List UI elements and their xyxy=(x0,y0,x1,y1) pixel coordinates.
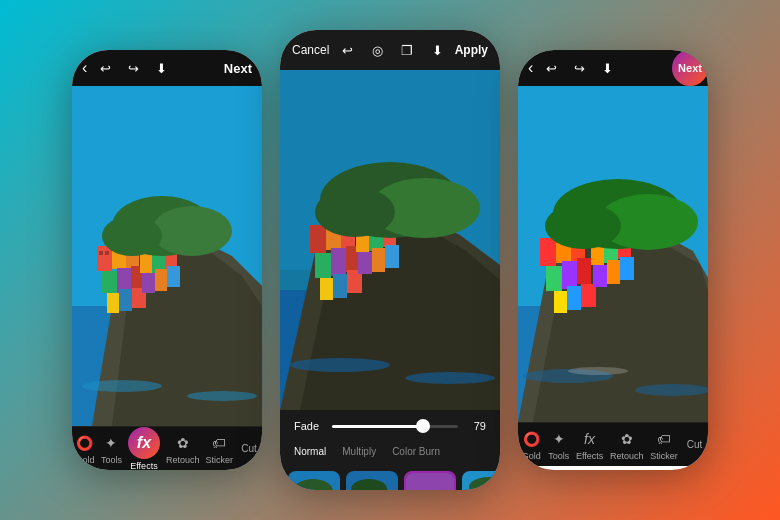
tool-gold[interactable]: ⭕ Gold xyxy=(75,433,95,465)
svg-rect-11 xyxy=(119,289,132,311)
retouch-icon: ✿ xyxy=(173,433,193,453)
bottom-toolbar-left: ⭕ Gold ✦ Tools fx Effects ✿ Retouch 🏷 St… xyxy=(72,426,262,470)
svg-rect-92 xyxy=(620,257,634,280)
top-bar-right-icons: ‹ ↩ ↪ ⬇ xyxy=(528,58,617,78)
svg-rect-38 xyxy=(320,278,333,300)
svg-point-22 xyxy=(187,391,257,401)
svg-rect-45 xyxy=(372,248,385,272)
fade-slider-track[interactable] xyxy=(332,425,458,428)
svg-rect-44 xyxy=(358,252,372,274)
fade-thumb[interactable] xyxy=(416,419,430,433)
svg-rect-18 xyxy=(167,266,180,287)
undo-right-icon[interactable]: ↩ xyxy=(541,58,561,78)
photo-left xyxy=(72,86,262,426)
effects-right-icon: fx xyxy=(580,429,600,449)
redo-right-icon[interactable]: ↪ xyxy=(569,58,589,78)
photo-area-right xyxy=(518,86,708,422)
photo-center xyxy=(280,70,500,410)
filter-thumb-1[interactable] xyxy=(346,471,398,490)
filter-strip: BLUR BLUR RiCin RiCin xyxy=(280,465,500,490)
blend-normal[interactable]: Normal xyxy=(294,446,326,457)
filter-thumb-0[interactable] xyxy=(288,471,340,490)
svg-rect-17 xyxy=(155,269,167,291)
svg-rect-82 xyxy=(562,261,577,289)
svg-rect-91 xyxy=(607,260,620,284)
filter-item-3[interactable]: HDR 2 xyxy=(462,471,500,490)
tool-sticker[interactable]: 🏷 Sticker xyxy=(205,433,233,465)
svg-rect-19 xyxy=(99,251,103,255)
tool-retouch-right[interactable]: ✿ Retouch xyxy=(610,429,644,461)
fade-value: 79 xyxy=(466,420,486,432)
svg-rect-36 xyxy=(331,248,346,276)
photo-area-center xyxy=(280,70,500,410)
tool-sticker-right[interactable]: 🏷 Sticker xyxy=(650,429,678,461)
svg-rect-32 xyxy=(310,225,326,253)
sticker-icon: 🏷 xyxy=(209,433,229,453)
tools-right-icon: ✦ xyxy=(549,429,569,449)
download-right-icon[interactable]: ⬇ xyxy=(597,58,617,78)
svg-rect-83 xyxy=(577,258,591,284)
erase-center-icon[interactable]: ◎ xyxy=(367,40,387,60)
tool-retouch[interactable]: ✿ Retouch xyxy=(166,433,200,465)
filter-item-2[interactable]: RiCin RiCin xyxy=(404,471,456,490)
filter-thumb-2[interactable]: RiCin xyxy=(404,471,456,490)
next-button-right[interactable]: Next xyxy=(672,50,708,86)
svg-rect-62 xyxy=(406,473,456,490)
back-icon[interactable]: ‹ xyxy=(82,59,87,77)
tool-effects-right[interactable]: fx Effects xyxy=(576,429,603,461)
retouch-right-icon: ✿ xyxy=(617,429,637,449)
tool-effects[interactable]: fx Effects xyxy=(128,427,160,471)
photo-area-left xyxy=(72,86,262,426)
svg-point-98 xyxy=(568,367,628,375)
photo-right xyxy=(518,86,708,422)
next-button[interactable]: Next xyxy=(224,61,252,76)
svg-rect-46 xyxy=(385,245,399,268)
redo-icon[interactable]: ↪ xyxy=(123,58,143,78)
blend-multiply[interactable]: Multiply xyxy=(342,446,376,457)
cancel-button[interactable]: Cancel xyxy=(292,43,329,57)
bottom-toolbar-right: ⭕ Gold ✦ Tools fx Effects ✿ Retouch 🏷 St… xyxy=(518,422,708,466)
svg-rect-7 xyxy=(102,271,117,293)
svg-point-25 xyxy=(102,216,162,256)
tool-cut[interactable]: Cut xyxy=(239,439,259,459)
svg-rect-81 xyxy=(546,266,562,291)
filter-thumb-3[interactable] xyxy=(462,471,500,490)
fade-fill xyxy=(332,425,423,428)
tool-cut-right[interactable]: Cut xyxy=(685,435,705,455)
top-bar-left-icons: ‹ ↩ ↪ ⬇ xyxy=(82,58,171,78)
fade-label: Fade xyxy=(294,420,324,432)
svg-rect-86 xyxy=(581,284,596,307)
tool-tools[interactable]: ✦ Tools xyxy=(101,433,122,465)
blend-modes: Normal Multiply Color Burn xyxy=(280,442,500,465)
phone-center: Cancel ↩ ◎ ❐ ⬇ Apply xyxy=(280,30,500,490)
phone-left: ‹ ↩ ↪ ⬇ Next xyxy=(72,50,262,470)
sticker-right-icon: 🏷 xyxy=(654,429,674,449)
undo-center-icon[interactable]: ↩ xyxy=(337,40,357,60)
tool-tools-right[interactable]: ✦ Tools xyxy=(548,429,569,461)
download-center-icon[interactable]: ⬇ xyxy=(427,40,447,60)
center-toolbar-icons: ↩ ◎ ❐ ⬇ xyxy=(337,40,447,60)
filter-item-1[interactable]: BLUR xyxy=(346,471,398,490)
blend-colorburn[interactable]: Color Burn xyxy=(392,446,440,457)
svg-point-50 xyxy=(290,358,390,372)
undo-icon[interactable]: ↩ xyxy=(95,58,115,78)
cut-icon: Cut xyxy=(239,439,259,459)
copy-center-icon[interactable]: ❐ xyxy=(397,40,417,60)
svg-point-21 xyxy=(82,380,162,392)
svg-rect-78 xyxy=(540,238,556,266)
filter-item-0[interactable]: BLUR xyxy=(288,471,340,490)
effects-icon: fx xyxy=(128,427,160,459)
svg-rect-85 xyxy=(567,286,581,310)
svg-rect-39 xyxy=(333,274,347,298)
svg-rect-16 xyxy=(142,273,155,293)
back-icon-right[interactable]: ‹ xyxy=(528,59,533,77)
top-bar-left: ‹ ↩ ↪ ⬇ Next xyxy=(72,50,262,86)
svg-point-95 xyxy=(545,203,621,249)
svg-point-24 xyxy=(152,206,232,256)
download-icon[interactable]: ⬇ xyxy=(151,58,171,78)
apply-button[interactable]: Apply xyxy=(455,43,488,57)
svg-point-49 xyxy=(315,187,395,237)
svg-rect-20 xyxy=(105,251,109,255)
tool-gold-right[interactable]: ⭕ Gold xyxy=(521,429,541,461)
svg-point-97 xyxy=(635,384,708,396)
